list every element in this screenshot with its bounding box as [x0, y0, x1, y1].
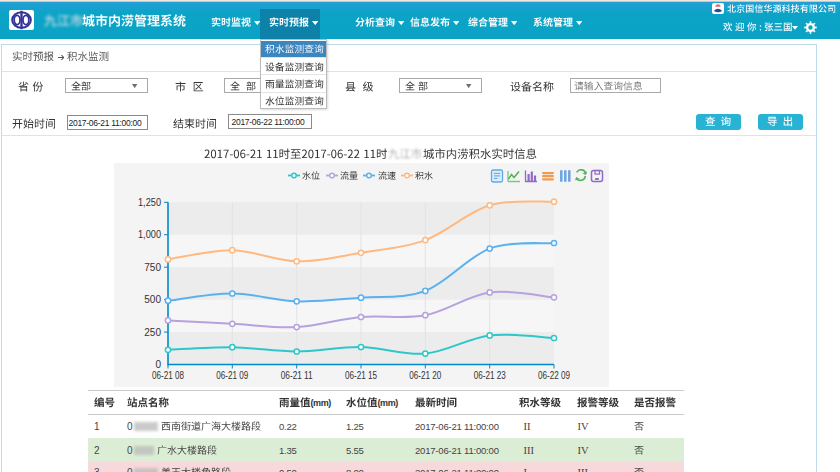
- svg-text:500: 500: [144, 294, 161, 305]
- svg-text:750: 750: [144, 262, 161, 273]
- svg-text:1,250: 1,250: [138, 197, 161, 208]
- svg-text:0: 0: [155, 359, 161, 370]
- svg-text:250: 250: [144, 327, 161, 338]
- svg-text:06-22 09: 06-22 09: [538, 370, 570, 381]
- svg-text:06-21 15: 06-21 15: [345, 370, 377, 381]
- svg-text:06-21 08: 06-21 08: [152, 370, 184, 381]
- svg-text:1,000: 1,000: [138, 229, 161, 240]
- svg-text:06-21 11: 06-21 11: [281, 370, 313, 381]
- svg-text:06-21 09: 06-21 09: [216, 370, 248, 381]
- svg-text:06-21 23: 06-21 23: [474, 370, 506, 381]
- svg-text:06-21 20: 06-21 20: [409, 370, 441, 381]
